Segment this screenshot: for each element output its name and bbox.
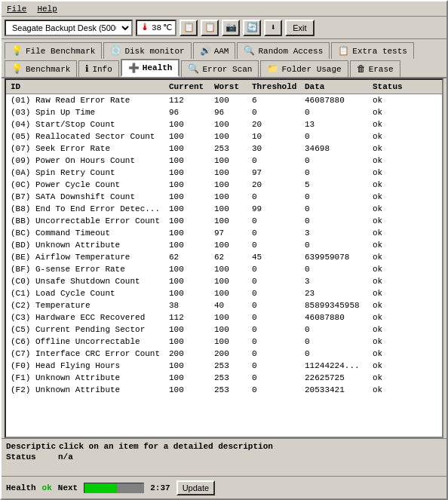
cell-17-3: 0	[250, 300, 303, 311]
cell-4-4: 34698	[303, 143, 371, 154]
tab-extra-tests[interactable]: 📋 Extra tests	[331, 42, 414, 59]
tab-erase-label: Erase	[369, 65, 394, 74]
table-row[interactable]: (C7) Interface CRC Error Count20020000ok	[6, 348, 442, 360]
tab-info[interactable]: ℹ Info	[78, 60, 118, 77]
tab-disk-monitor-label: Disk monitor	[124, 47, 184, 56]
table-row[interactable]: (09) Power On Hours Count10010000ok	[6, 155, 442, 167]
cell-1-2: 96	[213, 107, 250, 118]
toolbar: Seagate Backupt Desk (5000 gB) 🌡 38 ℃ 📋 …	[2, 17, 446, 39]
tab-file-benchmark-label: File Benchmark	[26, 47, 95, 56]
table-row[interactable]: (C0) Unsafe Shutdown Count10010003ok	[6, 275, 442, 287]
toolbar-btn-camera[interactable]: 📷	[222, 20, 240, 36]
cell-11-0: (BC) Command Timeout	[9, 228, 167, 238]
cell-12-1: 100	[167, 240, 213, 250]
cell-2-0: (04) Start/Stop Count	[9, 119, 167, 130]
cell-16-3: 0	[250, 288, 303, 299]
toolbar-btn-refresh[interactable]: 🔄	[243, 20, 261, 36]
cell-1-4: 0	[303, 107, 371, 118]
tab-random-access[interactable]: 🔍 Random Access	[237, 42, 330, 59]
table-row[interactable]: (01) Raw Read Error Rate112100646087880o…	[6, 94, 442, 106]
cell-8-1: 100	[167, 192, 213, 202]
table-row[interactable]: (C2) Temperature3840085899345958ok	[6, 299, 442, 311]
table-row[interactable]: (C6) Offline Uncorrectable10010000ok	[6, 336, 442, 348]
cell-23-1: 100	[167, 373, 213, 383]
desc-row-1: Descriptic click on an item for a detail…	[6, 442, 442, 451]
update-button[interactable]: Update	[176, 480, 215, 495]
table-row[interactable]: (C5) Current Pending Sector10010000ok	[6, 324, 442, 336]
cell-12-3: 0	[250, 240, 303, 250]
description-panel: Descriptic click on an item for a detail…	[2, 438, 446, 476]
toolbar-btn-2[interactable]: 📋	[201, 20, 219, 36]
tab-disk-monitor[interactable]: 💿 Disk monitor	[103, 42, 191, 59]
cell-9-4: 0	[303, 204, 371, 214]
table-row[interactable]: (BF) G-sense Error Rate10010000ok	[6, 263, 442, 275]
table-row[interactable]: (BC) Command Timeout1009703ok	[6, 227, 442, 239]
table-row[interactable]: (0C) Power Cycle Count100100205ok	[6, 179, 442, 191]
exit-button[interactable]: Exit	[285, 20, 314, 36]
tab-erase[interactable]: 🗑 Erase	[350, 60, 400, 77]
cell-19-0: (C5) Current Pending Sector	[9, 324, 167, 335]
cell-18-4: 46087880	[303, 312, 371, 323]
cell-15-1: 100	[167, 276, 213, 287]
tab-extra-tests-label: Extra tests	[352, 47, 407, 56]
cell-21-2: 200	[213, 348, 250, 359]
table-row[interactable]: (BD) Unknown Attribute10010000ok	[6, 239, 442, 251]
folder-usage-icon: 📁	[267, 63, 278, 75]
drive-select[interactable]: Seagate Backupt Desk (5000 gB)	[5, 20, 133, 36]
toolbar-btn-download[interactable]: ⬇	[264, 20, 282, 36]
table-row[interactable]: (B8) End To End Error Detec...100100990o…	[6, 203, 442, 215]
col-worst: Worst	[213, 81, 250, 92]
menu-file[interactable]: File	[5, 4, 29, 14]
tab-aam[interactable]: 🔊 AAM	[193, 42, 236, 59]
cell-2-2: 100	[213, 119, 250, 130]
cell-19-3: 0	[250, 324, 303, 335]
desc-row-2: Status n/a	[6, 452, 442, 462]
cell-1-1: 96	[167, 107, 213, 118]
cell-2-4: 13	[303, 119, 371, 130]
table-row[interactable]: (0A) Spin Retry Count100100970ok	[6, 167, 442, 179]
tab-health[interactable]: ➕ Health	[121, 59, 180, 77]
cell-9-5: ok	[371, 204, 416, 214]
cell-17-1: 38	[167, 300, 213, 311]
cell-5-0: (09) Power On Hours Count	[9, 155, 167, 166]
table-row[interactable]: (04) Start/Stop Count1001002013ok	[6, 118, 442, 130]
table-row[interactable]: (C1) Load Cycle Count100100023ok	[6, 287, 442, 299]
cell-3-5: ok	[371, 131, 416, 142]
table-row[interactable]: (05) Reallocated Sector Count100100100ok	[6, 130, 442, 143]
cell-7-0: (0C) Power Cycle Count	[9, 179, 167, 190]
cell-18-5: ok	[371, 312, 416, 323]
cell-15-0: (C0) Unsafe Shutdown Count	[9, 276, 167, 287]
cell-20-0: (C6) Offline Uncorrectable	[9, 336, 167, 347]
cell-0-5: ok	[371, 95, 416, 106]
tab-error-scan[interactable]: 🔍 Error Scan	[181, 60, 259, 77]
tab-file-benchmark[interactable]: 💡 File Benchmark	[5, 42, 102, 59]
table-row[interactable]: (F2) Unknown Attribute100253020533421ok	[6, 384, 442, 396]
health-icon: ➕	[128, 63, 140, 74]
tab-folder-usage[interactable]: 📁 Folder Usage	[260, 60, 348, 77]
cell-20-2: 100	[213, 336, 250, 347]
cell-8-5: ok	[371, 192, 416, 202]
cell-22-2: 253	[213, 360, 250, 371]
cell-10-0: (BB) Uncorrectable Error Count	[9, 216, 167, 226]
cell-18-2: 100	[213, 312, 250, 323]
cell-1-0: (03) Spin Up Time	[9, 107, 167, 118]
cell-10-5: ok	[371, 216, 416, 226]
table-row[interactable]: (BB) Uncorrectable Error Count10010000ok	[6, 215, 442, 227]
tab-benchmark[interactable]: 💡 Benchmark	[5, 60, 77, 77]
toolbar-btn-1[interactable]: 📋	[180, 20, 198, 36]
table-row[interactable]: (C3) Hardware ECC Recovered1121000460878…	[6, 311, 442, 324]
cell-22-3: 0	[250, 360, 303, 371]
cell-3-4: 0	[303, 131, 371, 142]
table-row[interactable]: (F0) Head Flying Hours100253011244224...…	[6, 360, 442, 372]
table-row[interactable]: (B7) SATA Downshift Count10010000ok	[6, 191, 442, 203]
cell-11-5: ok	[371, 228, 416, 238]
menu-help[interactable]: Help	[35, 4, 59, 14]
table-row[interactable]: (03) Spin Up Time969600ok	[6, 106, 442, 118]
cell-4-1: 100	[167, 143, 213, 154]
table-row[interactable]: (BE) Airflow Temperature626245639959078o…	[6, 251, 442, 263]
table-row[interactable]: (F1) Unknown Attribute100253022625725ok	[6, 372, 442, 384]
cell-24-4: 20533421	[303, 385, 371, 395]
cell-11-2: 97	[213, 228, 250, 238]
cell-21-5: ok	[371, 348, 416, 359]
table-row[interactable]: (07) Seek Error Rate1002533034698ok	[6, 143, 442, 155]
